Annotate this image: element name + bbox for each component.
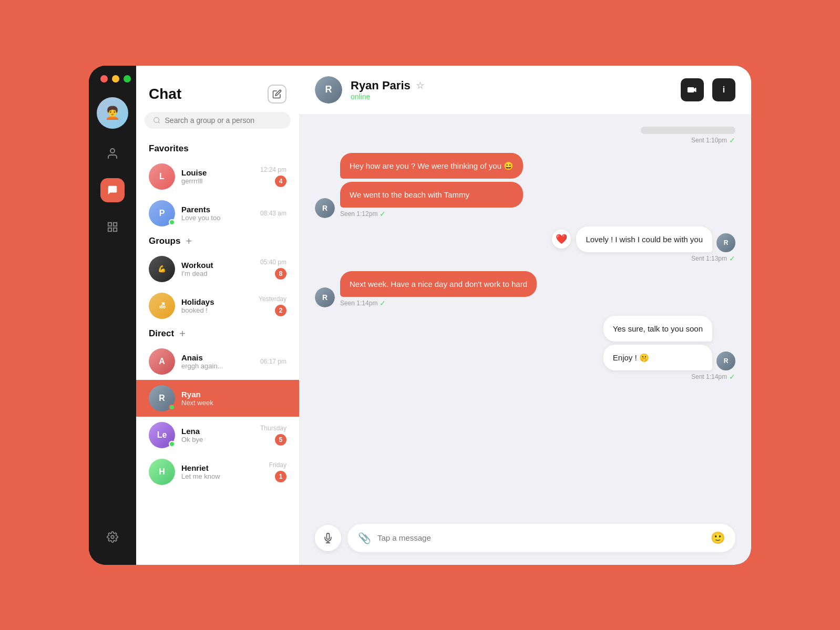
nav-grid[interactable] — [100, 215, 125, 239]
workout-info: Workout I'm dead — [181, 261, 254, 277]
m2-status: Seen 1:12pm ✓ — [340, 210, 386, 218]
parents-preview: Love you too — [181, 214, 254, 222]
ryan-info: Ryan Next week — [181, 390, 280, 407]
message-m2-row: R Hey how are you ? We were thinking of … — [315, 153, 735, 218]
user-avatar[interactable]: 🧑‍🦱 — [97, 97, 128, 129]
anais-avatar: A — [149, 348, 175, 375]
message-m1: Sent 1:10pm ✓ — [315, 127, 735, 144]
lena-badge: 5 — [275, 434, 286, 446]
attach-icon[interactable]: 📎 — [358, 532, 371, 544]
groups-section-header: Groups + — [136, 232, 299, 251]
m5-bubble-avatar: Yes sure, talk to you soon Enjoy ! 🤫 R — [603, 316, 735, 370]
chat-item-ryan[interactable]: R Ryan Next week — [136, 380, 299, 417]
anais-name: Anais — [181, 353, 254, 362]
anais-time: 06:17 pm — [260, 358, 286, 365]
m2-block: Hey how are you ? We were thinking of yo… — [340, 153, 523, 218]
lena-meta: Thursday 5 — [260, 425, 286, 446]
chat-main: R Ryan Paris ☆ online i — [299, 66, 751, 565]
favorites-title: Favorites — [149, 143, 189, 154]
henriet-avatar: H — [149, 459, 175, 485]
lena-online-dot — [169, 441, 175, 447]
m4-avatar: R — [315, 287, 335, 307]
holidays-time: Yesterday — [259, 295, 286, 303]
parents-avatar: P — [149, 200, 175, 226]
louise-badge: 4 — [275, 175, 286, 187]
m5-sender-avatar: R — [716, 352, 735, 370]
chat-header: R Ryan Paris ☆ online i — [299, 66, 751, 114]
video-call-button[interactable] — [681, 78, 704, 101]
henriet-info: Henriet Let me know — [181, 463, 263, 480]
input-area: 📎 🙂 — [299, 515, 751, 565]
nav-chat[interactable] — [100, 178, 125, 202]
chat-item-workout[interactable]: 💪 Workout I'm dead 05:40 pm 8 — [136, 251, 299, 287]
m3-bubble-avatar: Lovely ! I wish I could be with you R — [576, 226, 735, 252]
holidays-info: Holidays booked ! — [181, 297, 252, 314]
svg-rect-3 — [108, 228, 111, 231]
svg-rect-2 — [114, 222, 117, 225]
anais-meta: 06:17 pm — [260, 358, 286, 365]
workout-meta: 05:40 pm 8 — [260, 259, 286, 280]
star-icon[interactable]: ☆ — [416, 80, 424, 91]
parents-info: Parents Love you too — [181, 205, 254, 222]
m2-avatar: R — [315, 198, 335, 218]
holidays-preview: booked ! — [181, 306, 252, 314]
louise-avatar: L — [149, 163, 175, 190]
m3-status: Sent 1:13pm ✓ — [691, 254, 735, 263]
henriet-time: Friday — [269, 461, 286, 469]
parents-time: 08:43 am — [260, 210, 286, 217]
groups-title: Groups — [149, 236, 180, 246]
workout-name: Workout — [181, 261, 254, 270]
chat-item-henriet[interactable]: H Henriet Let me know Friday 1 — [136, 453, 299, 490]
ryan-header-avatar: R — [315, 76, 342, 104]
mic-button[interactable] — [315, 525, 341, 551]
add-group-button[interactable]: + — [186, 236, 192, 246]
m5-bubble2: Enjoy ! 🤫 — [603, 345, 712, 370]
compose-button[interactable] — [268, 85, 286, 104]
workout-time: 05:40 pm — [260, 259, 286, 266]
louise-info: Louise gerrrrlll — [181, 168, 254, 185]
m4-bubble: Next week. Have a nice day and don't wor… — [340, 271, 537, 297]
emoji-button[interactable]: 🙂 — [711, 531, 725, 545]
lena-preview: Ok bye — [181, 436, 254, 443]
info-button[interactable]: i — [712, 78, 735, 101]
m2-bubble1: Hey how are you ? We were thinking of yo… — [340, 153, 523, 179]
message-m3: ❤️ Lovely ! I wish I could be with you R… — [315, 226, 735, 263]
chat-item-parents[interactable]: P Parents Love you too 08:43 am — [136, 195, 299, 232]
device-frame: 🧑‍🦱 Chat — [89, 66, 751, 565]
ryan-header-info: Ryan Paris ☆ online — [351, 79, 672, 101]
m2-bubbles: Hey how are you ? We were thinking of yo… — [340, 153, 523, 208]
m4-block: Next week. Have a nice day and don't wor… — [340, 271, 537, 307]
chat-item-anais[interactable]: A Anais erggh again... 06:17 pm — [136, 343, 299, 380]
chat-title: Chat — [149, 86, 181, 102]
louise-name: Louise — [181, 168, 254, 177]
lena-avatar: Le — [149, 422, 175, 448]
nav-settings[interactable] — [100, 525, 125, 549]
chat-list-header: Chat — [136, 66, 299, 112]
close-light[interactable] — [100, 75, 108, 82]
add-direct-button[interactable]: + — [179, 328, 186, 339]
ryan-avatar: R — [149, 385, 175, 411]
nav-contacts[interactable] — [100, 141, 125, 166]
maximize-light[interactable] — [124, 75, 131, 82]
m4-status: Seen 1:14pm ✓ — [340, 299, 386, 307]
search-bar[interactable] — [145, 112, 291, 129]
svg-point-5 — [111, 535, 114, 539]
lena-info: Lena Ok bye — [181, 427, 254, 443]
header-actions: i — [681, 78, 735, 101]
louise-meta: 12:24 pm 4 — [260, 166, 286, 187]
lena-name: Lena — [181, 427, 254, 436]
search-input[interactable] — [165, 116, 282, 125]
holidays-meta: Yesterday 2 — [259, 295, 286, 316]
ryan-header-name: Ryan Paris ☆ — [351, 79, 672, 92]
minimize-light[interactable] — [112, 75, 119, 82]
message-input-container[interactable]: 📎 🙂 — [347, 524, 735, 552]
m5-bubbles: Yes sure, talk to you soon Enjoy ! 🤫 — [603, 316, 712, 370]
chat-item-holidays[interactable]: 🏖 Holidays booked ! Yesterday 2 — [136, 287, 299, 324]
chat-item-lena[interactable]: Le Lena Ok bye Thursday 5 — [136, 417, 299, 453]
chat-list-panel: Chat Favorites L Louise ger — [136, 66, 299, 565]
ryan-status: online — [351, 92, 672, 101]
message-input[interactable] — [377, 533, 704, 542]
left-navigation: 🧑‍🦱 — [89, 66, 136, 565]
favorites-section-header: Favorites — [136, 139, 299, 158]
chat-item-louise[interactable]: L Louise gerrrrlll 12:24 pm 4 — [136, 158, 299, 195]
